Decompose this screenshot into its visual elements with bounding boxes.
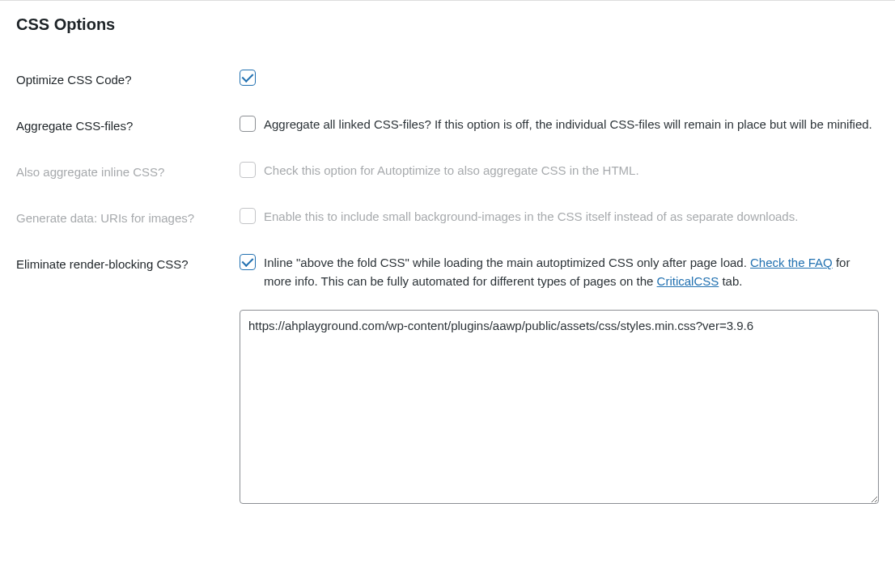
css-options-table: Optimize CSS Code? Aggregate CSS-files? …: [16, 57, 879, 522]
desc-aggregate-inline-css: Check this option for Autoptimize to als…: [264, 162, 879, 180]
label-aggregate-css: Aggregate CSS-files?: [16, 103, 240, 149]
row-eliminate-render-blocking: Eliminate render-blocking CSS? Inline "a…: [16, 241, 879, 303]
row-aggregate-inline-css: Also aggregate inline CSS? Check this op…: [16, 149, 879, 195]
checkbox-eliminate-render-blocking[interactable]: [240, 254, 256, 270]
row-optimize-css: Optimize CSS Code?: [16, 57, 879, 103]
label-critical-css-textarea: [16, 303, 240, 522]
row-critical-css-textarea: [16, 303, 879, 522]
desc-aggregate-css: Aggregate all linked CSS-files? If this …: [264, 116, 879, 134]
label-aggregate-inline-css: Also aggregate inline CSS?: [16, 149, 240, 195]
checkbox-aggregate-inline-css: [240, 162, 256, 178]
link-check-faq[interactable]: Check the FAQ: [750, 256, 833, 269]
critical-css-textarea[interactable]: [240, 310, 879, 504]
section-title: CSS Options: [16, 15, 879, 34]
css-options-panel: CSS Options Optimize CSS Code? Aggregate…: [0, 0, 895, 539]
checkbox-aggregate-css[interactable]: [240, 116, 256, 132]
row-data-uris: Generate data: URIs for images? Enable t…: [16, 195, 879, 241]
link-criticalcss[interactable]: CriticalCSS: [657, 274, 719, 288]
checkbox-data-uris: [240, 208, 256, 224]
label-data-uris: Generate data: URIs for images?: [16, 195, 240, 241]
row-aggregate-css: Aggregate CSS-files? Aggregate all linke…: [16, 103, 879, 149]
desc-data-uris: Enable this to include small background-…: [264, 208, 879, 226]
checkbox-optimize-css[interactable]: [240, 70, 256, 86]
desc-eliminate-render-blocking: Inline "above the fold CSS" while loadin…: [264, 254, 879, 290]
label-eliminate-render-blocking: Eliminate render-blocking CSS?: [16, 241, 240, 303]
label-optimize-css: Optimize CSS Code?: [16, 57, 240, 103]
